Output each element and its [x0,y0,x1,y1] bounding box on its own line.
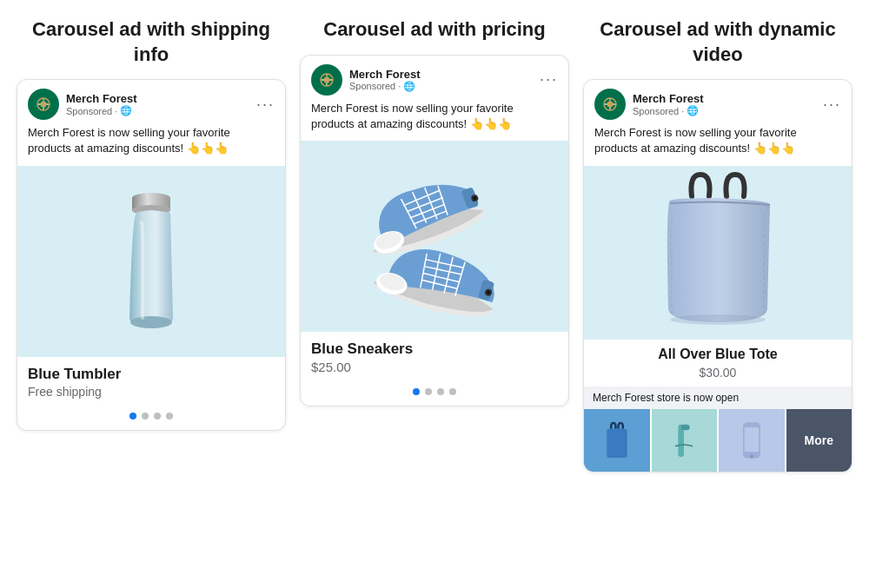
tote-image [653,170,783,335]
svg-point-9 [324,76,330,83]
brand-logo-shipping [28,89,59,120]
thumb-more[interactable]: More [786,409,852,472]
column-shipping: Carousel ad with shipping info [17,17,286,579]
product-title-video: All Over Blue Tote [594,347,841,362]
ad-body-shipping: Merch Forest is now selling your favorit… [17,125,285,165]
column-pricing: Carousel ad with pricing [300,17,569,579]
svg-point-2 [41,102,47,108]
brand-info-pricing: Merch Forest Sponsored · [349,68,421,92]
brand-meta-video: Sponsored · [633,105,704,116]
ad-header-video: Merch Forest Sponsored · ··· [584,80,852,125]
column-title-video: Carousel ad with dynamic video [583,17,852,67]
product-title-pricing: Blue Sneakers [311,340,558,358]
sneakers-image [339,154,530,319]
brand-info-video: Merch Forest Sponsored · [633,92,704,116]
thumb-teal-item[interactable] [652,409,720,472]
store-strip: Merch Forest store is now open [584,386,852,409]
ad-product-info-shipping: Blue Tumbler Free shipping [17,357,285,404]
dot-2-shipping [142,413,149,420]
product-sub-shipping: Free shipping [28,385,275,399]
ad-image-video [584,166,852,340]
brand-name-video: Merch Forest [633,92,704,105]
ad-header-left-shipping: Merch Forest Sponsored · [28,89,137,120]
thumb-blue-bag[interactable] [584,409,652,472]
product-price-pricing: $25.00 [311,360,558,374]
svg-rect-42 [681,424,690,430]
ad-card-shipping: Merch Forest Sponsored · ··· Merch Fores… [17,79,286,430]
more-label: More [805,433,833,447]
brand-logo-video [594,89,626,120]
brand-name-shipping: Merch Forest [66,92,137,105]
carousel-dots-pricing [301,380,568,406]
product-price-video: $30.00 [584,366,852,386]
dot-2-pricing [425,388,432,395]
more-menu-pricing[interactable]: ··· [540,70,558,89]
brand-meta-pricing: Sponsored · [349,81,421,92]
svg-rect-44 [744,427,759,452]
carousel-dots-shipping [17,404,285,430]
dot-3-pricing [437,388,444,395]
column-title-shipping: Carousel ad with shipping info [17,17,286,67]
brand-logo-pricing [311,64,342,96]
ad-product-info-pricing: Blue Sneakers $25.00 [301,332,568,380]
ad-columns: Carousel ad with shipping info [9,17,860,579]
dot-1-shipping [129,413,136,420]
ad-body-video: Merch Forest is now selling your favorit… [584,125,852,165]
ad-header-left-pricing: Merch Forest Sponsored · [311,64,421,96]
more-menu-shipping[interactable]: ··· [256,96,275,114]
dot-3-shipping [154,413,161,420]
brand-info-shipping: Merch Forest Sponsored · [66,92,137,116]
svg-point-38 [607,102,614,108]
product-name-centered: All Over Blue Tote [584,340,852,366]
ad-image-shipping [17,166,285,357]
tumbler-image [103,179,199,344]
svg-point-39 [670,314,766,325]
column-title-pricing: Carousel ad with pricing [323,17,545,43]
ad-body-pricing: Merch Forest is now selling your favorit… [301,101,568,141]
svg-point-45 [750,454,753,458]
svg-rect-40 [607,428,627,457]
brand-name-pricing: Merch Forest [349,68,421,81]
thumb-phone-case[interactable] [719,409,786,472]
ad-card-pricing: Merch Forest Sponsored · ··· Merch Fores… [300,55,569,406]
brand-meta-shipping: Sponsored · [66,105,137,116]
dot-1-pricing [413,388,420,395]
dot-4-shipping [166,413,173,420]
ad-image-pricing [301,141,568,332]
ad-header-pricing: Merch Forest Sponsored · ··· [301,56,568,101]
dot-4-pricing [449,388,456,395]
svg-point-6 [130,316,172,328]
column-video: Carousel ad with dynamic video [583,17,852,579]
product-title-shipping: Blue Tumbler [28,366,275,383]
ad-card-video: Merch Forest Sponsored · ··· Merch Fores… [583,79,852,472]
ad-header-shipping: Merch Forest Sponsored · ··· [17,80,285,125]
ad-header-left-video: Merch Forest Sponsored · [594,89,704,120]
more-menu-video[interactable]: ··· [823,96,841,114]
thumbnail-row: More [584,409,852,472]
